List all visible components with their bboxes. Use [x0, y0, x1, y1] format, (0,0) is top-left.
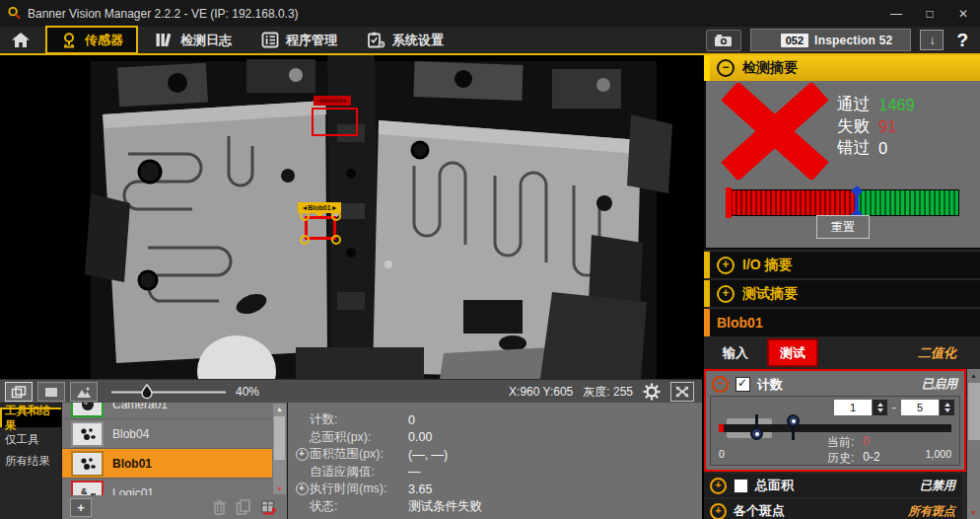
- tab-tools-and-results[interactable]: 工具和结果: [0, 408, 61, 427]
- pass-fail-ratio-bar: [727, 189, 959, 216]
- zoom-slider-thumb[interactable]: [142, 385, 152, 399]
- inspection-name: Inspection 52: [814, 34, 906, 47]
- inspection-summary-header[interactable]: − 检测摘要: [704, 55, 980, 81]
- roi-rect-blob04[interactable]: [312, 108, 358, 136]
- count-max-value[interactable]: 5: [901, 400, 939, 415]
- gear-icon[interactable]: [643, 383, 661, 401]
- copy-tool-icon[interactable]: [236, 499, 251, 515]
- scrollbar-thumb[interactable]: [968, 383, 980, 440]
- blob-tabs-row: 输入 测试 二值化: [704, 336, 980, 369]
- result-row: + 执行时间(ms): 3.65: [294, 481, 702, 498]
- scroll-down-icon[interactable]: ▼: [273, 483, 286, 494]
- roi-rotate-handle[interactable]: [331, 211, 341, 221]
- total-area-status: 已禁用: [920, 478, 955, 494]
- cursor-coords: X:960 Y:605: [509, 385, 573, 399]
- delete-tool-icon[interactable]: [212, 499, 227, 515]
- tool-name: Blob01: [112, 457, 152, 471]
- roi-rotate-handle[interactable]: [300, 211, 310, 221]
- total-area-title: 总面积: [755, 477, 794, 494]
- total-area-header[interactable]: + 总面积 已禁用: [704, 474, 962, 497]
- fail-count: 91: [878, 117, 896, 136]
- home-button[interactable]: [0, 28, 41, 53]
- count-max-stepper[interactable]: 5: [901, 400, 954, 415]
- tool-row-logic01[interactable]: & Logic01: [62, 479, 272, 495]
- summary-title: 检测摘要: [742, 59, 798, 77]
- image-view-button[interactable]: [70, 382, 98, 402]
- result-value: —: [408, 465, 421, 479]
- overlay-view-button[interactable]: [5, 382, 33, 402]
- expand-plus-icon[interactable]: +: [296, 448, 309, 461]
- io-summary-title: I/O 摘要: [742, 257, 793, 274]
- collapse-minus-icon[interactable]: −: [712, 376, 729, 393]
- count-checkbox[interactable]: [735, 377, 750, 392]
- add-tool-button[interactable]: +: [70, 498, 92, 517]
- inspection-selector[interactable]: 052 Inspection 52: [750, 29, 912, 51]
- result-value: 测试条件失败: [408, 498, 482, 515]
- inspection-load-button[interactable]: ↓: [920, 30, 944, 50]
- individual-blobs-header[interactable]: + 各个斑点 所有斑点: [704, 499, 962, 519]
- maximize-icon[interactable]: □: [913, 0, 946, 27]
- count-min-stepper[interactable]: 1: [834, 400, 887, 415]
- help-button[interactable]: ?: [952, 30, 972, 51]
- camera-image-viewport[interactable]: ◄Blob04► ◄Blob01►: [0, 55, 702, 379]
- delete-all-icon[interactable]: [260, 499, 277, 515]
- camera-image: [0, 55, 702, 379]
- expand-plus-icon[interactable]: +: [296, 482, 309, 495]
- expand-plus-icon[interactable]: +: [710, 503, 727, 519]
- fullscreen-button[interactable]: [670, 382, 694, 402]
- reset-button[interactable]: 重置: [816, 215, 870, 239]
- scrollbar-thumb[interactable]: [274, 416, 285, 460]
- result-label: 总面积(px):: [310, 429, 408, 446]
- plain-view-button[interactable]: [37, 382, 65, 402]
- scroll-up-icon[interactable]: ▲: [967, 370, 980, 381]
- fail-bar-segment: [728, 190, 857, 215]
- slider-max-thumb[interactable]: [787, 414, 800, 444]
- count-section: − 计数 已启用 1 - 5: [704, 369, 966, 472]
- selected-tool-header[interactable]: Blob01: [704, 309, 980, 336]
- tab-sensor[interactable]: 传感器: [45, 26, 138, 54]
- snapshot-button[interactable]: [706, 30, 741, 51]
- layers-icon: [11, 386, 27, 399]
- collapse-minus-icon[interactable]: −: [717, 59, 735, 77]
- roi-label-blob04[interactable]: ◄Blob04►: [314, 96, 351, 106]
- tab-program-manage[interactable]: 程序管理: [248, 28, 350, 52]
- result-label: 自适应阈值:: [310, 464, 408, 481]
- tab-inspection-logs[interactable]: 检测日志: [142, 28, 245, 52]
- total-area-checkbox[interactable]: [734, 479, 748, 493]
- tab-all-results[interactable]: 所有结果: [0, 451, 61, 471]
- tab-input[interactable]: 输入: [712, 340, 759, 365]
- expand-plus-icon[interactable]: +: [710, 478, 727, 494]
- roi-rotate-handle[interactable]: [300, 235, 310, 245]
- current-value: 0: [863, 434, 870, 451]
- scroll-down-icon[interactable]: ▼: [967, 507, 980, 518]
- io-summary-header[interactable]: + I/O 摘要: [704, 252, 980, 278]
- individual-blobs-filter[interactable]: 所有斑点: [908, 503, 955, 519]
- slider-min-thumb[interactable]: [750, 414, 763, 444]
- slider-max-label: 1,000: [926, 448, 951, 460]
- test-summary-header[interactable]: + 测试摘要: [704, 280, 980, 307]
- tab-system-settings[interactable]: 系统设置: [354, 28, 456, 52]
- binarize-mode-label: 二值化: [918, 344, 956, 362]
- close-icon[interactable]: ✕: [946, 0, 980, 27]
- expand-plus-icon[interactable]: +: [717, 257, 735, 274]
- roi-rotate-handle[interactable]: [331, 235, 341, 245]
- minimize-icon[interactable]: —: [879, 0, 913, 27]
- stepper-arrows-icon[interactable]: [873, 400, 887, 415]
- tool-list-scrollbar[interactable]: ▲ ▼: [273, 404, 286, 494]
- tool-list: Camera01 Blob04 Blob01: [61, 403, 287, 519]
- expand-plus-icon[interactable]: +: [717, 285, 735, 303]
- zoom-slider[interactable]: [109, 383, 228, 401]
- fail-label: 失败: [837, 115, 870, 137]
- scroll-up-icon[interactable]: ▲: [273, 404, 286, 414]
- tool-row-camera01[interactable]: Camera01: [62, 403, 272, 419]
- tab-settings-label: 系统设置: [392, 32, 444, 49]
- test-panel-scrollbar[interactable]: ▲ ▼: [967, 369, 980, 519]
- tool-row-blob01[interactable]: Blob01: [62, 449, 272, 479]
- tab-test[interactable]: 测试: [767, 338, 818, 367]
- range-dash: -: [892, 401, 896, 414]
- stepper-arrows-icon[interactable]: [940, 400, 954, 415]
- result-row: 状态: 测试条件失败: [294, 498, 702, 516]
- tool-row-blob04[interactable]: Blob04: [62, 419, 272, 449]
- roi-rect-blob01[interactable]: [305, 216, 336, 240]
- count-min-value[interactable]: 1: [834, 400, 872, 415]
